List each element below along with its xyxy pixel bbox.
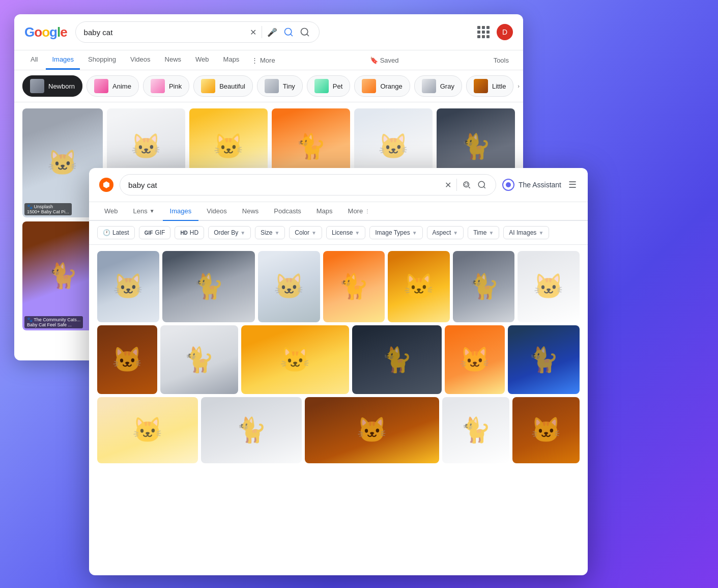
source-name-2: 🐾 The Community Cats... [27,317,80,322]
cat-face-icon: 🐱 [445,325,505,394]
chip-pink[interactable]: Pink [143,75,189,97]
filter-aspect[interactable]: Aspect ▼ [427,226,464,239]
cat-face-icon: 🐱 [388,251,450,322]
filter-order-by[interactable]: Order By ▼ [208,226,251,239]
brave-nav-news[interactable]: News [235,202,266,221]
user-avatar[interactable]: D [497,24,513,40]
chevron-down-icon: ▼ [538,230,543,236]
chip-newborn[interactable]: Newborn [22,75,82,97]
divider [456,179,457,191]
brave-logo [99,178,113,192]
nav-videos[interactable]: Videos [124,50,157,70]
voice-search-button[interactable]: 🎤 [266,26,278,38]
brave-row-1: 🐱 🐈 🐱 🐈 🐱 🐈 🐱 [97,251,580,322]
brave-cat-image[interactable]: 🐈 [352,325,442,394]
brave-cat-image[interactable]: 🐈 [453,251,515,322]
clear-search-button[interactable]: ✕ [249,26,257,38]
grid-dot [482,35,485,38]
brave-cat-image[interactable]: 🐱 [241,325,349,394]
brave-nav-images[interactable]: Images [163,202,199,221]
grid-dot [486,26,490,29]
cat-face-icon: 🐈 [352,325,442,394]
filter-license[interactable]: License ▼ [326,226,365,239]
brave-nav-podcasts[interactable]: Podcasts [267,202,308,221]
brave-cat-image[interactable]: 🐈 [160,325,238,394]
google-logo: Google [24,24,67,40]
brave-cat-image[interactable]: 🐈 [162,251,255,322]
google-search-bar[interactable]: baby cat ✕ 🎤 [75,21,320,43]
chevron-down-icon: ▼ [240,230,245,236]
brave-cat-image[interactable]: 🐱 [97,325,157,394]
brave-search-button[interactable] [476,179,487,190]
brave-search-bar[interactable]: baby cat ✕ [120,174,496,195]
brave-nav-more[interactable]: More ⋮ [341,202,378,220]
brave-cat-image[interactable]: 🐱 [512,397,580,463]
svg-point-4 [478,181,484,187]
cat-face-icon: 🐱 [97,251,159,322]
brave-nav-videos[interactable]: Videos [199,202,234,221]
cat-face-icon: 🐱 [97,325,157,394]
brave-nav-lens[interactable]: Lens ▼ [126,202,162,221]
brave-cat-image[interactable]: 🐱 [258,251,320,322]
brave-search-input[interactable]: baby cat [128,181,439,189]
chip-label-little: Little [492,82,506,90]
chip-gray[interactable]: Gray [414,75,462,97]
google-search-input[interactable]: baby cat [84,28,244,37]
grid-dot [482,31,485,34]
brave-image-grid: 🐱 🐈 🐱 🐈 🐱 🐈 🐱 🐱 [89,245,588,571]
brave-cat-image[interactable]: 🐈 [201,397,302,463]
filter-hd[interactable]: HD HD [175,226,204,239]
nav-all[interactable]: All [24,50,44,70]
brave-nav-web[interactable]: Web [97,202,125,221]
brave-cat-image[interactable]: 🐱 [97,397,198,463]
chips-scroll-arrow[interactable]: › [518,83,519,89]
gif-icon: GIF [145,230,153,236]
brave-cat-image[interactable]: 🐱 [97,251,159,322]
brave-cat-image[interactable]: 🐈 [508,325,580,394]
apps-icon[interactable] [477,26,490,38]
brave-cat-image[interactable]: 🐱 [445,325,505,394]
nav-web[interactable]: Web [189,50,215,70]
brave-menu-button[interactable]: ☰ [567,178,578,191]
brave-lens-button[interactable] [461,179,472,190]
filter-gif[interactable]: GIF GIF [139,226,171,239]
brave-clear-button[interactable]: ✕ [444,179,452,191]
brave-cat-image[interactable]: 🐱 [518,251,580,322]
grid-dot [482,26,485,29]
filter-size[interactable]: Size ▼ [255,226,285,239]
brave-row-2: 🐱 🐈 🐱 🐈 🐱 🐈 [97,325,580,394]
brave-cat-image[interactable]: 🐈 [442,397,509,463]
cat-face-icon: 🐈 [442,397,509,463]
brave-cat-image[interactable]: 🐱 [305,397,439,463]
chip-label-pink: Pink [169,82,182,90]
tools-button[interactable]: Tools [490,51,513,69]
assistant-button[interactable]: The Assistant [502,179,561,191]
filter-image-types[interactable]: Image Types ▼ [369,226,422,239]
image-source-label: 🐾 Unsplash 1500+ Baby Cat Pi... [24,203,72,215]
brave-cat-image[interactable]: 🐱 [388,251,450,322]
brave-cat-image[interactable]: 🐈 [323,251,385,322]
nav-saved[interactable]: 🔖 Saved [366,51,403,69]
chip-pet[interactable]: Pet [307,75,351,97]
filter-color[interactable]: Color ▼ [289,226,322,239]
google-search-button[interactable] [299,26,311,38]
hd-icon: HD [180,230,187,236]
nav-images[interactable]: Images [46,50,80,70]
filter-latest[interactable]: 🕐 Latest [97,226,135,239]
nav-shopping[interactable]: Shopping [82,50,122,70]
chip-label-gray: Gray [440,82,454,90]
filter-time[interactable]: Time ▼ [468,226,499,239]
chip-tiny[interactable]: Tiny [257,75,303,97]
nav-more[interactable]: ⋮ More [247,51,279,69]
filter-ai-images[interactable]: AI Images ▼ [503,226,549,239]
chip-orange[interactable]: Orange [354,75,410,97]
chip-beautiful[interactable]: Beautiful [193,75,253,97]
nav-maps[interactable]: Maps [217,50,246,70]
cat-face-icon: 🐈 [323,251,385,322]
brave-nav-maps[interactable]: Maps [309,202,340,221]
chip-anime[interactable]: Anime [87,75,139,97]
lens-button[interactable] [282,26,295,38]
chip-little[interactable]: Little [466,75,513,97]
cat-face-icon: 🐱 [97,397,198,463]
nav-news[interactable]: News [159,50,188,70]
